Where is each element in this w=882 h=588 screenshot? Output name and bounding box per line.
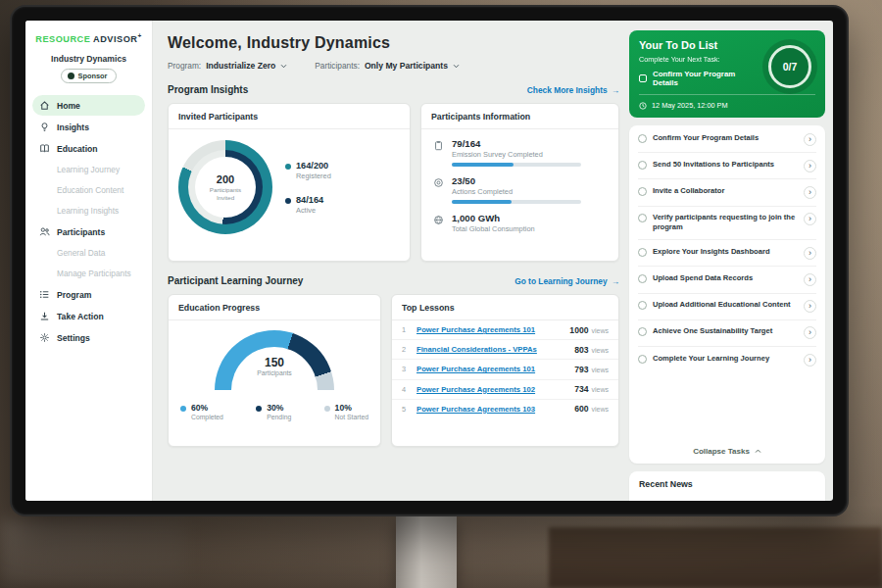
lesson-row: 4 Power Purchase Agreements 102 734views bbox=[392, 380, 618, 400]
lesson-row: 1 Power Purchase Agreements 101 1000view… bbox=[392, 320, 618, 340]
next-task-checkbox[interactable] bbox=[639, 74, 647, 82]
task-checkbox[interactable] bbox=[638, 301, 647, 310]
task-item[interactable]: Send 50 Invitations to Participants › bbox=[638, 153, 816, 179]
chevron-up-icon bbox=[755, 448, 761, 455]
sidebar-item-manage-participants[interactable]: Manage Participants bbox=[25, 264, 152, 283]
sidebar-item-education-content[interactable]: Education Content bbox=[25, 180, 152, 200]
legend-registered: 164/200 Registered bbox=[285, 161, 331, 180]
screen: RESOURCE ADVISOR+ Industry Dynamics Spon… bbox=[25, 21, 833, 501]
task-item[interactable]: Complete Your Learning Journey › bbox=[638, 347, 816, 372]
legend-dot bbox=[285, 164, 291, 170]
task-item[interactable]: Upload Additional Educational Content › bbox=[638, 294, 816, 320]
todo-task-list: Confirm Your Program Details › Send 50 I… bbox=[629, 125, 825, 464]
book-icon bbox=[39, 143, 50, 154]
brand-logo: RESOURCE ADVISOR+ bbox=[25, 21, 152, 46]
page-title: Welcome, Industry Dynamics bbox=[168, 34, 619, 52]
task-checkbox[interactable] bbox=[638, 327, 647, 336]
invited-donut-inner: 200 Participants Invited bbox=[188, 150, 263, 224]
todo-summary-card: Your To Do List Complete Your Next Task:… bbox=[629, 30, 825, 118]
card-title: Top Lessons bbox=[392, 295, 618, 320]
sidebar-item-participants[interactable]: Participants bbox=[25, 221, 152, 242]
check-more-insights-link[interactable]: Check More Insights → bbox=[527, 85, 619, 95]
home-icon bbox=[39, 100, 50, 111]
legend-dot bbox=[285, 198, 291, 204]
legend-dot bbox=[256, 406, 262, 412]
sidebar-item-take-action[interactable]: Take Action bbox=[25, 306, 152, 326]
sidebar-item-insights[interactable]: Insights bbox=[25, 117, 152, 137]
participants-select[interactable]: Participants: Only My Participants bbox=[315, 61, 460, 71]
sidebar: RESOURCE ADVISOR+ Industry Dynamics Spon… bbox=[25, 21, 153, 501]
program-select[interactable]: Program: Industrialize Zero bbox=[168, 61, 287, 71]
invited-participants-card: Invited Participants 200 Participants In… bbox=[168, 103, 411, 262]
gauge-center-label: Participants bbox=[215, 369, 334, 376]
chevron-right-icon[interactable]: › bbox=[804, 213, 816, 225]
download-icon bbox=[39, 311, 50, 321]
task-item[interactable]: Invite a Collaborator › bbox=[638, 179, 816, 206]
legend-dot bbox=[324, 406, 330, 412]
chevron-right-icon[interactable]: › bbox=[804, 160, 816, 172]
lesson-row: 5 Power Purchase Agreements 103 600views bbox=[392, 400, 618, 418]
task-checkbox[interactable] bbox=[638, 161, 647, 170]
chevron-right-icon[interactable]: › bbox=[804, 247, 816, 260]
task-checkbox[interactable] bbox=[638, 187, 647, 196]
chevron-right-icon[interactable]: › bbox=[804, 273, 816, 286]
invited-donut: 200 Participants Invited bbox=[178, 140, 272, 234]
org-name: Industry Dynamics bbox=[25, 54, 152, 64]
recent-news-card: Recent News bbox=[629, 471, 825, 501]
monitor-stand bbox=[396, 516, 457, 588]
arrow-right-icon: → bbox=[612, 276, 619, 286]
task-checkbox[interactable] bbox=[638, 274, 647, 283]
list-icon bbox=[39, 289, 50, 300]
target-icon bbox=[433, 177, 444, 188]
gauge-center-value: 150 bbox=[215, 356, 334, 369]
recent-news-title: Recent News bbox=[639, 479, 693, 489]
legend-not-started: 10% Not Started bbox=[324, 403, 368, 420]
card-title: Invited Participants bbox=[169, 104, 410, 129]
lesson-link[interactable]: Power Purchase Agreements 102 bbox=[416, 385, 566, 394]
sponsor-badge: Sponsor bbox=[61, 69, 118, 83]
task-item[interactable]: Verify participants requesting to join t… bbox=[638, 207, 816, 241]
chevron-down-icon bbox=[453, 63, 460, 70]
sidebar-item-learning-insights[interactable]: Learning Insights bbox=[25, 201, 152, 220]
next-task-time-row: 12 May 2025, 12:00 PM bbox=[639, 94, 815, 110]
sponsor-icon bbox=[68, 73, 74, 79]
task-checkbox[interactable] bbox=[638, 355, 647, 364]
task-item[interactable]: Achieve One Sustainability Target › bbox=[638, 320, 816, 347]
sidebar-item-education[interactable]: Education bbox=[25, 138, 152, 159]
sidebar-item-settings[interactable]: Settings bbox=[25, 327, 152, 348]
chevron-right-icon[interactable]: › bbox=[804, 326, 816, 339]
go-to-learning-journey-link[interactable]: Go to Learning Journey → bbox=[514, 276, 619, 286]
task-item[interactable]: Confirm Your Program Details › bbox=[638, 126, 816, 153]
sidebar-nav: Home Insights Education Learning Journey bbox=[25, 95, 152, 348]
task-item[interactable]: Upload Spend Data Records › bbox=[638, 267, 816, 293]
sidebar-item-program[interactable]: Program bbox=[25, 284, 152, 305]
chevron-down-icon bbox=[280, 63, 287, 70]
lesson-link[interactable]: Power Purchase Agreements 103 bbox=[416, 405, 566, 414]
collapse-tasks-button[interactable]: Collapse Tasks bbox=[638, 440, 816, 464]
chevron-right-icon[interactable]: › bbox=[804, 186, 816, 199]
todo-panel: Your To Do List Complete Your Next Task:… bbox=[629, 21, 833, 501]
participants-information-card: Participants Information 79/164 Emission… bbox=[420, 103, 619, 262]
scene: RESOURCE ADVISOR+ Industry Dynamics Spon… bbox=[0, 0, 882, 588]
card-title: Participants Information bbox=[421, 104, 618, 129]
lesson-link[interactable]: Power Purchase Agreements 101 bbox=[416, 325, 562, 334]
donut-center-value: 200 bbox=[217, 173, 234, 185]
task-item[interactable]: Explore Your Insights Dashboard › bbox=[638, 240, 816, 267]
chevron-right-icon[interactable]: › bbox=[804, 354, 816, 367]
lesson-link[interactable]: Power Purchase Agreements 101 bbox=[416, 365, 566, 373]
task-checkbox[interactable] bbox=[638, 214, 647, 222]
lesson-link[interactable]: Financial Considerations - VPPAs bbox=[416, 345, 566, 354]
chevron-right-icon[interactable]: › bbox=[804, 300, 816, 313]
brand-primary: RESOURCE bbox=[35, 34, 90, 44]
sidebar-item-home[interactable]: Home bbox=[32, 95, 145, 116]
sidebar-item-general-data[interactable]: General Data bbox=[25, 243, 152, 263]
task-checkbox[interactable] bbox=[638, 248, 647, 257]
task-checkbox[interactable] bbox=[638, 134, 647, 143]
chevron-right-icon[interactable]: › bbox=[804, 133, 816, 146]
legend-active: 84/164 Active bbox=[285, 195, 331, 215]
monitor-bezel: RESOURCE ADVISOR+ Industry Dynamics Spon… bbox=[10, 5, 849, 516]
brand-plus: + bbox=[137, 32, 141, 39]
lesson-row: 3 Power Purchase Agreements 101 793views bbox=[392, 360, 618, 379]
sidebar-item-learning-journey[interactable]: Learning Journey bbox=[25, 160, 152, 179]
donut-center-label: Participants Invited bbox=[204, 186, 247, 202]
